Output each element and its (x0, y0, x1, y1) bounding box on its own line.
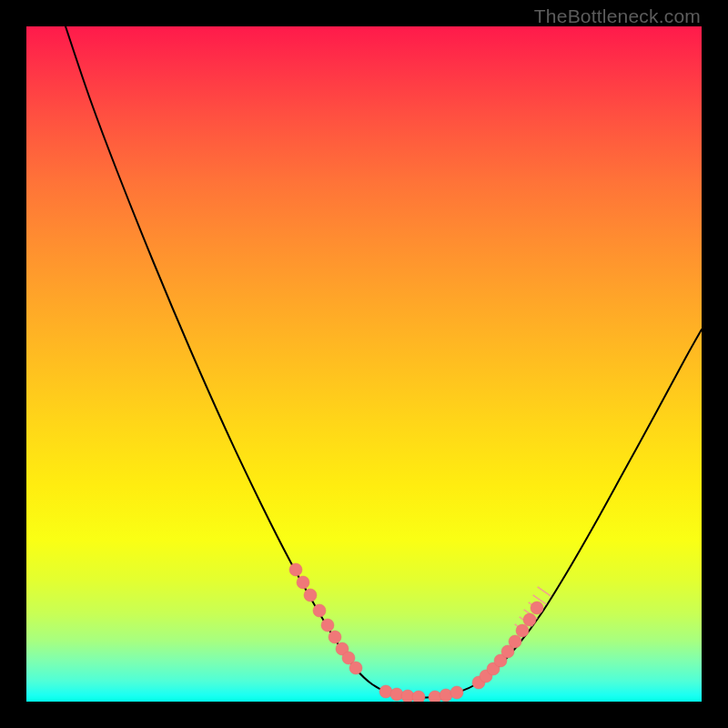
data-marker (329, 631, 341, 643)
data-marker (390, 688, 403, 701)
data-marker (531, 602, 543, 614)
data-marker (321, 619, 334, 632)
data-marker (440, 689, 452, 702)
data-marker (304, 589, 317, 602)
right-branch-markers (472, 602, 543, 689)
data-marker (297, 576, 309, 589)
plot-area (26, 26, 702, 702)
data-marker (401, 690, 414, 702)
bottleneck-curve (66, 26, 702, 698)
curve-layer (26, 26, 702, 702)
data-marker (516, 624, 529, 637)
left-branch-markers (289, 563, 362, 674)
data-marker (509, 635, 521, 648)
chart-frame: TheBottleneck.com (0, 0, 728, 728)
data-marker (379, 685, 392, 698)
data-marker (349, 662, 362, 674)
data-marker (523, 613, 536, 626)
data-marker (450, 686, 463, 699)
tick-mark (538, 587, 551, 596)
watermark-text: TheBottleneck.com (534, 5, 701, 27)
bottom-markers (379, 685, 463, 702)
data-marker (412, 691, 425, 702)
data-marker (313, 604, 326, 617)
data-marker (289, 563, 302, 576)
